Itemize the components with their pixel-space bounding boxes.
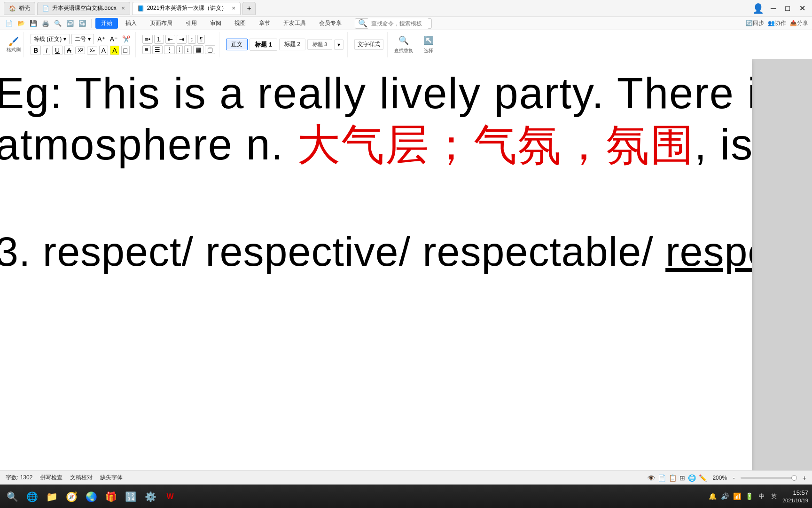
italic-button[interactable]: I (43, 46, 50, 55)
open-file-icon[interactable]: 📂 (16, 18, 26, 29)
taskbar-right: 🔔 🔊 📶 🔋 中 英 15:57 2021/10/19 (708, 489, 808, 505)
underline-button[interactable]: U (52, 46, 62, 55)
bullet-list-button[interactable]: ≡• (142, 35, 153, 44)
zoom-plus-button[interactable]: + (803, 474, 806, 482)
shading-button[interactable]: ▦ (193, 45, 203, 54)
subscript-button[interactable]: X₂ (87, 47, 97, 55)
align-right-button[interactable]: ⋮ (164, 45, 175, 54)
format-painter-icon[interactable]: 🖌️ (8, 36, 19, 47)
taskbar-wps[interactable]: W (162, 488, 179, 505)
sort-button[interactable]: ↕ (188, 35, 196, 44)
tab-doc2[interactable]: 📘 2021升本英语第一次课（讲义） ✕ (132, 2, 241, 15)
close-doc1-button[interactable]: ✕ (121, 6, 125, 11)
align-center-button[interactable]: ☰ (152, 45, 163, 54)
print-icon[interactable]: 🖨️ (40, 18, 51, 29)
tab-dev[interactable]: 开发工具 (278, 18, 312, 29)
font-decrease-button[interactable]: A⁻ (109, 35, 119, 43)
preview-icon[interactable]: 🔍 (53, 18, 63, 29)
status-web-icon[interactable]: 🌐 (688, 474, 696, 482)
text-style-button[interactable]: 文字样式 (354, 39, 383, 50)
missing-font-button[interactable]: 缺失字体 (100, 474, 123, 482)
tab-reference[interactable]: 引用 (180, 18, 203, 29)
user-avatar[interactable]: 👤 (752, 3, 764, 14)
borders-button[interactable]: ▢ (205, 45, 215, 54)
close-window-button[interactable]: ✕ (796, 4, 808, 13)
clock-time: 15:57 (782, 489, 808, 497)
doc-compare-button[interactable]: 文稿校对 (70, 474, 93, 482)
taskbar-clock[interactable]: 15:57 2021/10/19 (782, 489, 808, 505)
style-h2[interactable]: 标题 2 (279, 39, 305, 50)
find-replace-button[interactable]: 🔍 (398, 35, 409, 46)
status-eye-icon[interactable]: 👁️ (647, 474, 655, 482)
strikethrough-button[interactable]: A (64, 46, 73, 55)
taskbar-search[interactable]: 🔍 (4, 488, 21, 505)
superscript-button[interactable]: X² (75, 47, 85, 54)
style-h3[interactable]: 标题 3 (307, 39, 332, 50)
numbered-list-button[interactable]: 1. (154, 35, 164, 44)
restore-button[interactable]: □ (782, 4, 793, 13)
redo-icon[interactable]: ↪️ (77, 18, 87, 29)
zoom-minus-button[interactable]: - (733, 474, 735, 482)
highlight-button[interactable]: A (110, 46, 119, 55)
tab-view[interactable]: 视图 (229, 18, 251, 29)
undo-icon[interactable]: ↩️ (65, 18, 75, 29)
style-h1[interactable]: 标题 1 (250, 39, 277, 51)
tab-layout[interactable]: 页面布局 (144, 18, 178, 29)
tray-network[interactable]: 📶 (733, 492, 742, 501)
tray-battery[interactable]: 🔋 (745, 492, 754, 501)
status-list-icon[interactable]: 📋 (669, 474, 677, 482)
tray-notification[interactable]: 🔔 (708, 492, 718, 501)
tray-volume[interactable]: 🔊 (720, 492, 730, 501)
font-family-dropdown[interactable]: 等线 (正文) ▾ (31, 34, 70, 44)
tab-insert[interactable]: 插入 (120, 18, 142, 29)
bold-button[interactable]: B (31, 46, 41, 55)
tab-review[interactable]: 审阅 (204, 18, 227, 29)
justify-button[interactable]: ⁞ (176, 45, 183, 54)
share-button[interactable]: 📤分享 (790, 19, 808, 27)
new-file-icon[interactable]: 📄 (4, 18, 14, 29)
status-grid-icon[interactable]: ⊞ (679, 474, 685, 482)
tab-member[interactable]: 会员专享 (313, 18, 347, 29)
ribbon-search-input[interactable] (367, 18, 429, 29)
style-normal[interactable]: 正文 (226, 39, 248, 50)
window-controls: 👤 ─ □ ✕ (752, 3, 808, 14)
doc-page[interactable]: Eg: This is a really lively party. There… (0, 59, 752, 470)
indent-more-button[interactable]: ⇥ (177, 35, 187, 44)
tray-language[interactable]: 英 (769, 492, 779, 501)
font-color-button[interactable]: A (99, 46, 108, 55)
taskbar-edge[interactable]: 🌐 (23, 488, 40, 505)
align-left-button[interactable]: ≡ (142, 45, 151, 54)
zoom-slider[interactable] (741, 477, 797, 479)
taskbar-folder[interactable]: 📁 (43, 488, 60, 505)
show-marks-button[interactable]: ¶ (197, 35, 205, 44)
tray-input-method[interactable]: 中 (757, 492, 766, 501)
tab-chapter[interactable]: 章节 (253, 18, 276, 29)
font-increase-button[interactable]: A⁺ (96, 35, 106, 43)
taskbar-gift[interactable]: 🎁 (102, 488, 119, 505)
taskbar-apps[interactable]: ⚙️ (142, 488, 159, 505)
indent-less-button[interactable]: ⇤ (165, 35, 175, 44)
save-icon[interactable]: 💾 (28, 18, 39, 29)
select-button[interactable]: ↖️ (423, 35, 434, 46)
collab-button[interactable]: 👥协作 (768, 19, 786, 27)
wps-tab-label: 稻壳 (19, 4, 30, 12)
add-tab-button[interactable]: + (242, 2, 255, 15)
clear-format-icon[interactable]: ✂️ (121, 35, 132, 43)
spell-check-button[interactable]: 拼写检查 (40, 474, 62, 482)
minimize-button[interactable]: ─ (768, 4, 779, 13)
style-more-button[interactable]: ▾ (334, 40, 344, 50)
tab-start[interactable]: 开始 (95, 18, 118, 29)
font-size-dropdown[interactable]: 二号 ▾ (71, 34, 94, 44)
status-edit-icon[interactable]: ✏️ (699, 474, 707, 482)
taskbar-browser[interactable]: 🌏 (83, 488, 100, 505)
search-icon: 🔍 (358, 19, 367, 28)
sync-button[interactable]: 🔄同步 (746, 19, 764, 27)
taskbar-calc[interactable]: 🔢 (122, 488, 139, 505)
tab-wps[interactable]: 🏠 稻壳 (4, 2, 35, 15)
close-doc2-button[interactable]: ✕ (232, 6, 235, 11)
line-spacing-button[interactable]: ↕ (184, 45, 192, 54)
border-button[interactable]: □ (121, 46, 130, 55)
status-doc-icon[interactable]: 📄 (658, 474, 666, 482)
taskbar-nav[interactable]: 🧭 (63, 488, 80, 505)
tab-doc1[interactable]: 📄 升本英语课空白文稿.docx ✕ (37, 2, 130, 15)
